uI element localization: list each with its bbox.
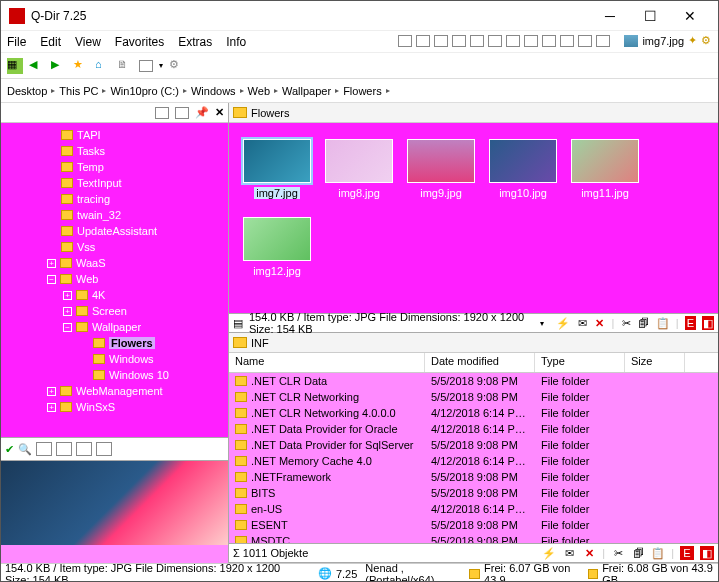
view-icon[interactable] [96,442,112,456]
mail-icon[interactable]: ✉ [562,546,576,560]
check-icon[interactable]: ✔ [5,443,14,456]
tree-node[interactable]: Flowers [1,335,228,351]
breadcrumb-item[interactable]: Windows▸ [191,85,244,97]
layout-icon[interactable] [524,35,538,47]
tree-node[interactable]: +WaaS [1,255,228,271]
pane1-tab[interactable]: Flowers [229,103,718,123]
breadcrumb-item[interactable]: Win10pro (C:)▸ [110,85,186,97]
table-row[interactable]: .NETFramework5/5/2018 9:08 PMFile folder [229,469,718,485]
breadcrumb-item[interactable]: Desktop▸ [7,85,55,97]
action-icon[interactable]: ◧ [700,546,714,560]
doc-icon[interactable]: 🗎 [117,58,133,74]
minimize-button[interactable]: ─ [590,2,630,30]
view-icon[interactable] [56,442,72,456]
table-row[interactable]: ESENT5/5/2018 9:08 PMFile folder [229,517,718,533]
tree-node[interactable]: TAPI [1,127,228,143]
forward-icon[interactable]: ▶ [51,58,67,74]
cut-icon[interactable]: ✂ [620,316,632,330]
table-row[interactable]: MSDTC5/5/2018 9:08 PMFile folder [229,533,718,543]
edit-icon[interactable]: E [680,546,694,560]
table-row[interactable]: .NET CLR Networking 4.0.0.04/12/2018 6:1… [229,405,718,421]
breadcrumb-item[interactable]: Flowers▸ [343,85,390,97]
layout-icon[interactable] [398,35,412,47]
tree-node[interactable]: TextInput [1,175,228,191]
layout-icon[interactable] [488,35,502,47]
table-row[interactable]: .NET Data Provider for Oracle4/12/2018 6… [229,421,718,437]
menu-extras[interactable]: Extras [178,35,212,49]
view-icon[interactable] [36,442,52,456]
mail-icon[interactable]: ✉ [576,316,588,330]
column-header[interactable]: Size [625,353,685,372]
thumbnail[interactable]: img7.jpg [241,139,313,199]
file-list[interactable]: .NET CLR Data5/5/2018 9:08 PMFile folder… [229,373,718,543]
table-row[interactable]: .NET Data Provider for SqlServer5/5/2018… [229,437,718,453]
menu-info[interactable]: Info [226,35,246,49]
layout-icon[interactable] [596,35,610,47]
tree-node[interactable]: Temp [1,159,228,175]
menu-file[interactable]: File [7,35,26,49]
breadcrumb-item[interactable]: Wallpaper▸ [282,85,339,97]
copy-icon[interactable]: 🗐 [638,316,650,330]
menu-view[interactable]: View [75,35,101,49]
thumbnail[interactable]: img11.jpg [569,139,641,199]
tree-node[interactable]: twain_32 [1,207,228,223]
tool-icon[interactable]: ✦ [688,34,697,47]
tree-node[interactable]: Tasks [1,143,228,159]
thumbnail[interactable]: img9.jpg [405,139,477,199]
new-tab-icon[interactable]: ▦ [7,58,23,74]
star-icon[interactable]: ★ [73,58,89,74]
close-button[interactable]: ✕ [670,2,710,30]
layout-icon[interactable] [470,35,484,47]
paste-icon[interactable]: 📋 [651,546,665,560]
tree-node[interactable]: Windows 10 [1,367,228,383]
table-row[interactable]: en-US4/12/2018 6:14 P…File folder [229,501,718,517]
list-header[interactable]: NameDate modifiedTypeSize [229,353,718,373]
column-header[interactable]: Name [229,353,425,372]
layout-icon[interactable] [452,35,466,47]
thumbnail-grid[interactable]: img7.jpgimg8.jpgimg9.jpgimg10.jpgimg11.j… [229,123,718,313]
cut-icon[interactable]: ✂ [611,546,625,560]
filter-icon[interactable]: ⚡ [542,546,556,560]
view-icon[interactable] [76,442,92,456]
gear-icon[interactable]: ⚙ [169,58,185,74]
close-icon[interactable]: ✕ [215,106,224,119]
view-icon[interactable] [175,107,189,119]
column-header[interactable]: Type [535,353,625,372]
layout-icon[interactable] [560,35,574,47]
column-header[interactable]: Date modified [425,353,535,372]
layout-icon[interactable] [578,35,592,47]
paste-icon[interactable]: 📋 [656,316,670,330]
view-icon[interactable] [139,60,153,72]
layout-icon[interactable] [542,35,556,47]
tree-node[interactable]: Windows [1,351,228,367]
tree-node[interactable]: +WinSxS [1,399,228,415]
folder-tree[interactable]: TAPITasksTempTextInputtracingtwain_32Upd… [1,123,228,437]
breadcrumb-item[interactable]: Web▸ [248,85,278,97]
thumbnail[interactable]: img12.jpg [241,217,313,277]
edit-icon[interactable]: E [685,316,697,330]
maximize-button[interactable]: ☐ [630,2,670,30]
home-icon[interactable]: ⌂ [95,58,111,74]
delete-icon[interactable]: ✕ [582,546,596,560]
tree-node[interactable]: Vss [1,239,228,255]
table-row[interactable]: .NET Memory Cache 4.04/12/2018 6:14 P…Fi… [229,453,718,469]
layout-icon[interactable] [506,35,520,47]
search-icon[interactable]: 🔍 [18,443,32,456]
tree-node[interactable]: −Web [1,271,228,287]
tool-icon[interactable]: ⚙ [701,34,711,47]
tree-node[interactable]: +Screen [1,303,228,319]
breadcrumb-item[interactable]: This PC▸ [59,85,106,97]
thumbnail[interactable]: img10.jpg [487,139,559,199]
table-row[interactable]: BITS5/5/2018 9:08 PMFile folder [229,485,718,501]
action-icon[interactable]: ◧ [702,316,714,330]
tree-node[interactable]: +WebManagement [1,383,228,399]
pin-icon[interactable]: 📌 [195,106,209,119]
tree-node[interactable]: UpdateAssistant [1,223,228,239]
tree-node[interactable]: tracing [1,191,228,207]
tree-node[interactable]: −Wallpaper [1,319,228,335]
pane2-tab[interactable]: INF [229,333,718,353]
filter-icon[interactable]: ⚡ [556,316,570,330]
layout-icon[interactable] [416,35,430,47]
copy-icon[interactable]: 🗐 [631,546,645,560]
chevron-down-icon[interactable]: ▾ [540,319,544,328]
